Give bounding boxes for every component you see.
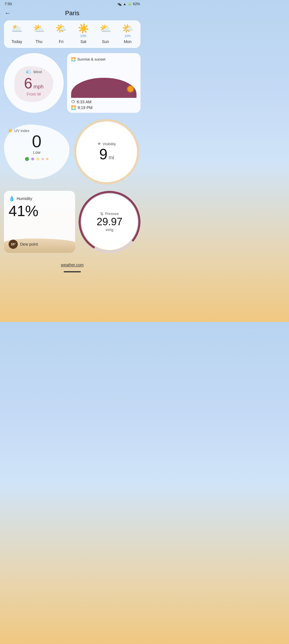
- day-label-sat: Sat: [80, 39, 86, 44]
- humidity-widget: 💧 Humidity 41% 10° Dew point: [4, 191, 75, 253]
- wind-sunrise-row: 💨 Wind 6 mph From W 🌅 Sunrise & sunset 🌣…: [4, 53, 140, 113]
- sunrise-times: 🌣 6:33 AM 🌅 9:19 PM: [71, 98, 136, 113]
- sunrise-header-icon: 🌅: [71, 57, 76, 61]
- visibility-inner: 👁 Visibility 9 mi: [76, 121, 137, 182]
- uv-label: Low: [33, 150, 40, 155]
- status-time: 7:50: [5, 2, 12, 6]
- wifi-icon: ▾◣: [118, 2, 122, 6]
- pressure-unit: inHg: [106, 228, 114, 232]
- signal-icon: ▲: [123, 2, 126, 6]
- header: ← Paris: [0, 7, 144, 20]
- visibility-value-row: 9 mi: [99, 147, 114, 162]
- pressure-widget-wrapper: ⇅ Pressure 29.97 inHg: [79, 191, 140, 253]
- day-label-fri: Fri: [59, 39, 63, 44]
- sunrise-arc: [71, 64, 136, 98]
- forecast-icon-sat: ☀️: [78, 24, 89, 33]
- pressure-icon: ⇅: [100, 212, 104, 216]
- sun-set-icon: 🌅: [71, 105, 76, 110]
- dot-high: [36, 158, 39, 160]
- forecast-day-sat[interactable]: ☀️ 10% Sat: [75, 24, 92, 44]
- sunrise-widget: 🌅 Sunrise & sunset 🌣 6:33 AM 🌅 9:19 PM: [67, 53, 140, 113]
- forecast-strip: 🌥️ Today ⛅ Thu 🌤️ Fri ☀️ 10% Sat ⛅ Sun 🌤…: [4, 20, 140, 48]
- forecast-icon-mon: 🌤️: [122, 24, 133, 33]
- uv-visibility-row: ☀️ UV index 0 Low 👁 Visibility: [4, 118, 140, 186]
- forecast-icon-thu: ⛅: [33, 24, 45, 33]
- humidity-value: 41%: [9, 203, 71, 219]
- day-label-mon: Mon: [124, 39, 132, 44]
- sunrise-time-row: 🌣 6:33 AM: [71, 100, 136, 104]
- precip-mon: 10%: [124, 34, 131, 38]
- footer[interactable]: weather.com: [0, 258, 144, 269]
- day-label-today: Today: [11, 39, 22, 44]
- visibility-icon: 👁: [97, 142, 101, 146]
- forecast-day-thu[interactable]: ⛅ Thu: [30, 24, 48, 44]
- wind-widget: 💨 Wind 6 mph From W: [4, 53, 64, 113]
- pressure-value: 29.97: [97, 217, 122, 227]
- pressure-title: Pressure: [105, 212, 119, 216]
- pressure-widget: ⇅ Pressure 29.97 inHg: [79, 191, 140, 253]
- sunrise-title: Sunrise & sunset: [77, 57, 106, 61]
- day-label-thu: Thu: [36, 39, 42, 44]
- pressure-header: ⇅ Pressure: [100, 212, 119, 216]
- home-indicator: [64, 271, 81, 272]
- battery-pct: 62%: [133, 2, 140, 6]
- visibility-outer-blob: 👁 Visibility 9 mi: [74, 119, 139, 185]
- wind-title: Wind: [33, 70, 42, 74]
- forecast-day-fri[interactable]: 🌤️ Fri: [52, 24, 70, 44]
- status-bar: 7:50 ▾◣ ▲ 🔋 62%: [0, 0, 144, 7]
- humidity-header: 💧 Humidity: [9, 195, 71, 202]
- forecast-day-today[interactable]: 🌥️ Today: [8, 24, 26, 44]
- visibility-value: 9: [99, 147, 108, 162]
- footer-link[interactable]: weather.com: [61, 263, 83, 267]
- uv-scale-dots: [25, 157, 48, 161]
- forecast-day-sun[interactable]: ⛅ Sun: [97, 24, 114, 44]
- uv-header: ☀️ UV index: [8, 129, 30, 133]
- pressure-content: ⇅ Pressure 29.97 inHg: [97, 212, 122, 232]
- dew-point-row: 10° Dew point: [9, 237, 71, 249]
- dot-moderate: [31, 158, 34, 160]
- sun-rise-icon: 🌣: [71, 100, 75, 104]
- wind-direction: From W: [27, 92, 41, 96]
- sun-position: [127, 86, 134, 92]
- humidity-title: Humidity: [17, 196, 32, 201]
- sunset-time: 9:19 PM: [78, 105, 93, 110]
- uv-widget-container: ☀️ UV index 0 Low: [4, 125, 69, 179]
- uv-icon: ☀️: [8, 129, 13, 133]
- battery-icon: 🔋: [128, 2, 132, 6]
- horizon-line: [71, 90, 136, 91]
- visibility-header: 👁 Visibility: [97, 142, 116, 146]
- sunrise-header: 🌅 Sunrise & sunset: [71, 57, 136, 61]
- sunset-time-row: 🌅 9:19 PM: [71, 105, 136, 110]
- back-button[interactable]: ←: [5, 9, 11, 17]
- uv-value: 0: [8, 133, 65, 150]
- forecast-icon-sun: ⛅: [100, 24, 111, 33]
- precip-sat: 10%: [80, 34, 87, 38]
- dew-badge: 10°: [9, 240, 18, 249]
- sunrise-time: 6:33 AM: [77, 100, 91, 104]
- dot-very-high: [42, 158, 44, 160]
- status-icons: ▾◣ ▲ 🔋 62%: [118, 2, 140, 6]
- day-label-sun: Sun: [102, 39, 109, 44]
- uv-title: UV index: [14, 129, 30, 133]
- dew-label: Dew point: [20, 242, 38, 247]
- visibility-unit: mi: [109, 155, 114, 161]
- wind-header: 💨 Wind: [26, 69, 42, 75]
- visibility-title: Visibility: [103, 142, 116, 146]
- forecast-icon-today: 🌥️: [11, 24, 23, 33]
- forecast-day-mon[interactable]: 🌤️ 10% Mon: [119, 24, 136, 44]
- wind-speed: 6: [24, 76, 32, 91]
- dot-extreme: [46, 158, 48, 160]
- visibility-widget-wrapper: 👁 Visibility 9 mi: [73, 118, 140, 186]
- sunrise-hill: [71, 78, 136, 98]
- page-title: Paris: [65, 9, 79, 17]
- dot-low: [25, 157, 29, 161]
- wind-icon: 💨: [26, 69, 32, 75]
- forecast-icon-fri: 🌤️: [55, 24, 67, 33]
- humidity-icon: 💧: [9, 195, 15, 202]
- humidity-pressure-row: 💧 Humidity 41% 10° Dew point ⇅ Pressure: [4, 191, 140, 253]
